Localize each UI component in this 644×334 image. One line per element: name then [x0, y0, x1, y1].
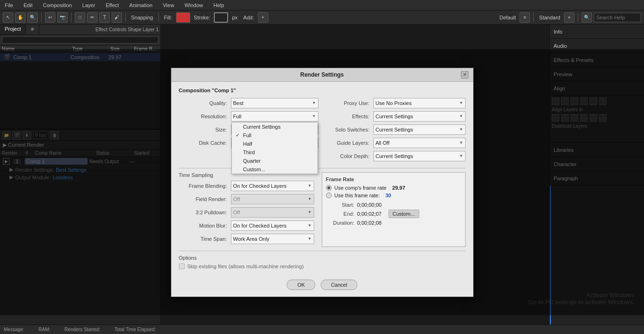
field-render-select[interactable]: Off ▼: [231, 194, 314, 204]
radio1-value: 29.97: [392, 185, 406, 191]
solo-switches-label: Solo Switches:: [326, 127, 373, 132]
tool-zoom[interactable]: 🔍: [27, 12, 38, 23]
dialog-right-col: Proxy Use: Use No Proxies ▼ Effects: Cur…: [326, 98, 466, 164]
dialog-columns: Quality: Best ▼ Resolution: Full ▼: [179, 98, 466, 164]
solo-switches-value: Current Settings: [376, 127, 413, 132]
menu-composition[interactable]: Composition: [41, 1, 74, 9]
dropdown-item-current-settings[interactable]: Current Settings: [232, 123, 318, 131]
resolution-value: Full: [233, 114, 242, 119]
dropdown-item-custom[interactable]: Custom...: [232, 165, 318, 174]
skip-files-row[interactable]: Skip existing files (allows multi-machin…: [179, 264, 466, 269]
field-render-row: Field Render: Off ▼: [179, 194, 314, 204]
effects-label: Effects:: [326, 114, 373, 119]
skip-files-checkbox[interactable]: [179, 264, 185, 269]
fill-swatch[interactable]: [176, 12, 190, 23]
toolbar: ↖ ✋ 🔍 ↩ 📷 □ ✏ T 🖌 Snapping Fill: Stroke:…: [0, 10, 644, 25]
radio-comp-circle[interactable]: [326, 185, 332, 191]
frame-blending-value: On for Checked Layers: [233, 183, 287, 189]
menu-view[interactable]: View: [161, 1, 176, 9]
tool-brush[interactable]: 🖌: [112, 12, 122, 23]
pulldown-arrow: ▼: [308, 210, 312, 214]
tool-select[interactable]: ↖: [3, 12, 13, 23]
right-panel-info: Info: [550, 25, 644, 39]
dropdown-item-quarter[interactable]: Quarter: [232, 157, 318, 165]
tool-camera[interactable]: 📷: [57, 12, 68, 23]
guide-layers-arrow: ▼: [459, 141, 463, 145]
menu-file[interactable]: File: [3, 1, 15, 9]
color-depth-arrow: ▼: [459, 154, 463, 158]
workspace-options[interactable]: ≡: [520, 12, 530, 23]
proxy-use-label: Proxy Use:: [326, 100, 373, 106]
custom-end-button[interactable]: Custom...: [388, 210, 419, 218]
pulldown-label: 3:2 Pulldown:: [179, 210, 231, 215]
quality-select[interactable]: Best ▼: [231, 98, 318, 108]
frame-blending-select[interactable]: On for Checked Layers ▼: [231, 181, 314, 191]
menu-edit[interactable]: Edit: [22, 1, 35, 9]
solo-switches-select[interactable]: Current Settings ▼: [373, 124, 466, 135]
end-label: End:: [326, 211, 354, 217]
stroke-swatch[interactable]: [214, 12, 228, 23]
menu-effect[interactable]: Effect: [104, 1, 121, 9]
frame-blending-label: Frame Blending:: [179, 183, 231, 189]
toolbar-sep-5: [533, 13, 534, 22]
radio-use-this-frame-rate[interactable]: Use this frame rate: 30: [326, 193, 461, 198]
tool-text[interactable]: T: [99, 12, 110, 23]
time-span-select[interactable]: Work Area Only ▼: [231, 234, 314, 244]
duration-timecode-row: Duration: 0;00;02;08: [326, 220, 461, 226]
dialog-title: Render Settings: [184, 71, 461, 78]
search-icon[interactable]: 🔍: [582, 12, 592, 23]
radio-use-comp-frame-rate[interactable]: Use comp's frame rate 29.97: [326, 185, 461, 191]
motion-blur-select[interactable]: On for Checked Layers ▼: [231, 220, 314, 231]
menu-help[interactable]: Help: [212, 1, 226, 9]
project-search[interactable]: [2, 36, 159, 44]
pulldown-select[interactable]: Off ▼: [231, 207, 314, 218]
dropdown-item-half[interactable]: Half: [232, 140, 318, 148]
color-depth-select[interactable]: Current Settings ▼: [373, 151, 466, 161]
search-input[interactable]: [594, 13, 641, 22]
radio1-label: Use comp's frame rate: [335, 185, 387, 191]
cancel-button[interactable]: Cancel: [321, 280, 357, 290]
add-btn[interactable]: +: [258, 12, 268, 23]
effects-select[interactable]: Current Settings ▼: [373, 111, 466, 122]
tool-pen[interactable]: ✏: [87, 12, 97, 23]
ok-button[interactable]: OK: [287, 280, 315, 290]
tab-project[interactable]: Project: [0, 25, 26, 35]
resolution-dropdown: Current Settings Full Half Third Quarter…: [231, 122, 318, 174]
proxy-use-select[interactable]: Use No Proxies ▼: [373, 98, 466, 108]
status-elapsed: Total Time Elapsed:: [115, 327, 156, 332]
render-settings-dialog: Render Settings ✕ Composition "Comp 1" Q…: [171, 68, 474, 297]
frame-blending-row: Frame Blending: On for Checked Layers ▼: [179, 181, 314, 191]
menu-window[interactable]: Window: [183, 1, 205, 9]
tool-rotate[interactable]: ↩: [45, 12, 55, 23]
guide-layers-label: Guide Layers:: [326, 140, 373, 146]
menu-animation[interactable]: Animation: [127, 1, 154, 9]
panel-tabs: Project ≡ Effect Controls Shape Layer 1: [0, 25, 160, 35]
quality-value: Best: [233, 100, 244, 106]
guide-layers-select[interactable]: All Off ▼: [373, 138, 466, 148]
start-label: Start:: [326, 202, 354, 208]
pulldown-value: Off: [233, 210, 240, 215]
solo-switches-arrow: ▼: [459, 127, 463, 132]
toolbar-sep-1: [41, 13, 42, 22]
dialog-close-button[interactable]: ✕: [461, 71, 468, 79]
resolution-select[interactable]: Full ▼ Current Settings Full Half Third …: [231, 111, 318, 122]
dropdown-item-full[interactable]: Full: [232, 131, 318, 140]
duration-label: Duration:: [326, 220, 354, 226]
guide-layers-value: All Off: [376, 140, 390, 146]
status-renders: Renders Started:: [64, 327, 100, 332]
dialog-overlay: Render Settings ✕ Composition "Comp 1" Q…: [0, 49, 644, 315]
status-message: Message:: [4, 327, 24, 332]
tool-rect[interactable]: □: [75, 12, 85, 23]
resolution-label: Resolution:: [179, 114, 231, 119]
disk-cache-label: Disk Cache:: [179, 140, 231, 146]
effects-arrow: ▼: [459, 114, 463, 118]
dropdown-item-third[interactable]: Third: [232, 148, 318, 157]
fill-label: Fill:: [164, 15, 172, 20]
expand-btn[interactable]: »: [564, 12, 574, 23]
color-depth-label: Color Depth:: [326, 153, 373, 159]
tab-menu[interactable]: ≡: [26, 25, 39, 35]
radio-custom-circle[interactable]: [326, 193, 332, 198]
resolution-arrow: ▼: [312, 114, 316, 118]
menu-layer[interactable]: Layer: [80, 1, 97, 9]
tool-hand[interactable]: ✋: [15, 12, 26, 23]
